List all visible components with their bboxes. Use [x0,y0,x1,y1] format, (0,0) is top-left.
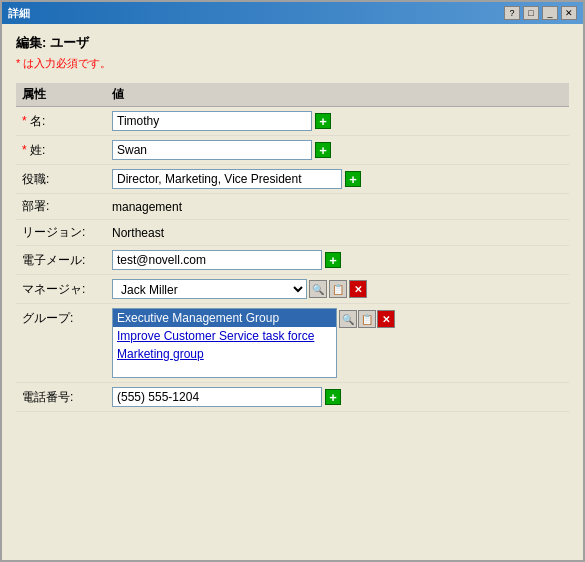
required-note-text: は入力必須です。 [23,57,111,69]
group-item-2[interactable]: Marketing group [113,345,336,363]
required-note: * は入力必須です。 [16,56,569,71]
title-value: + [106,165,569,194]
first-name-row: * 名: + [16,107,569,136]
groups-input-row: Executive Management Group Improve Custo… [112,308,563,378]
groups-page-button[interactable]: 📋 [358,310,376,328]
title-row: 役職: + [16,165,569,194]
manager-clear-button[interactable]: ✕ [349,280,367,298]
col-attr-header: 属性 [16,83,106,107]
title-plus-button[interactable]: + [345,171,361,187]
department-row: 部署: management [16,194,569,220]
groups-label: グループ: [16,304,106,383]
title-input[interactable] [112,169,342,189]
phone-input[interactable] [112,387,322,407]
department-value: management [106,194,569,220]
groups-row: グループ: Executive Management Group Improve… [16,304,569,383]
manager-input-row: Jack Miller 🔍 📋 ✕ [112,279,563,299]
manager-row: マネージャ: Jack Miller 🔍 📋 ✕ [16,275,569,304]
first-name-plus-button[interactable]: + [315,113,331,129]
last-name-input-row: + [112,140,563,160]
manager-search-button[interactable]: 🔍 [309,280,327,298]
region-value: Northeast [106,220,569,246]
manager-page-button[interactable]: 📋 [329,280,347,298]
groups-search-button[interactable]: 🔍 [339,310,357,328]
groups-icons: 🔍 📋 ✕ [339,310,395,328]
icon-button[interactable]: □ [523,6,539,20]
phone-value: + [106,383,569,412]
manager-value: Jack Miller 🔍 📋 ✕ [106,275,569,304]
email-input-row: + [112,250,563,270]
region-row: リージョン: Northeast [16,220,569,246]
close-button[interactable]: ✕ [561,6,577,20]
first-name-value: + [106,107,569,136]
window-title: 詳細 [8,6,30,21]
groups-listbox[interactable]: Executive Management Group Improve Custo… [112,308,337,378]
required-star: * [16,57,20,69]
title-label: 役職: [16,165,106,194]
email-label: 電子メール: [16,246,106,275]
first-name-input-row: + [112,111,563,131]
title-bar-buttons: ? □ _ ✕ [504,6,577,20]
last-name-plus-button[interactable]: + [315,142,331,158]
help-button[interactable]: ? [504,6,520,20]
first-name-input[interactable] [112,111,312,131]
first-name-label: * 名: [16,107,106,136]
manager-select[interactable]: Jack Miller [112,279,307,299]
email-input[interactable] [112,250,322,270]
attributes-table: 属性 値 * 名: + [16,83,569,412]
groups-value: Executive Management Group Improve Custo… [106,304,569,383]
phone-input-row: + [112,387,563,407]
minimize-button[interactable]: _ [542,6,558,20]
last-name-label: * 姓: [16,136,106,165]
window-body: 編集: ユーザ * は入力必須です。 属性 値 * 名: [2,24,583,560]
title-input-row: + [112,169,563,189]
email-plus-button[interactable]: + [325,252,341,268]
col-value-header: 値 [106,83,569,107]
form-title: 編集: ユーザ [16,34,569,52]
title-bar: 詳細 ? □ _ ✕ [2,2,583,24]
last-name-input[interactable] [112,140,312,160]
email-row: 電子メール: + [16,246,569,275]
department-label: 部署: [16,194,106,220]
manager-label: マネージャ: [16,275,106,304]
region-label: リージョン: [16,220,106,246]
last-name-value: + [106,136,569,165]
phone-plus-button[interactable]: + [325,389,341,405]
phone-row: 電話番号: + [16,383,569,412]
email-value: + [106,246,569,275]
group-item-0[interactable]: Executive Management Group [113,309,336,327]
last-name-row: * 姓: + [16,136,569,165]
groups-clear-button[interactable]: ✕ [377,310,395,328]
phone-label: 電話番号: [16,383,106,412]
group-item-1[interactable]: Improve Customer Service task force [113,327,336,345]
main-window: 詳細 ? □ _ ✕ 編集: ユーザ * は入力必須です。 属性 値 [0,0,585,562]
